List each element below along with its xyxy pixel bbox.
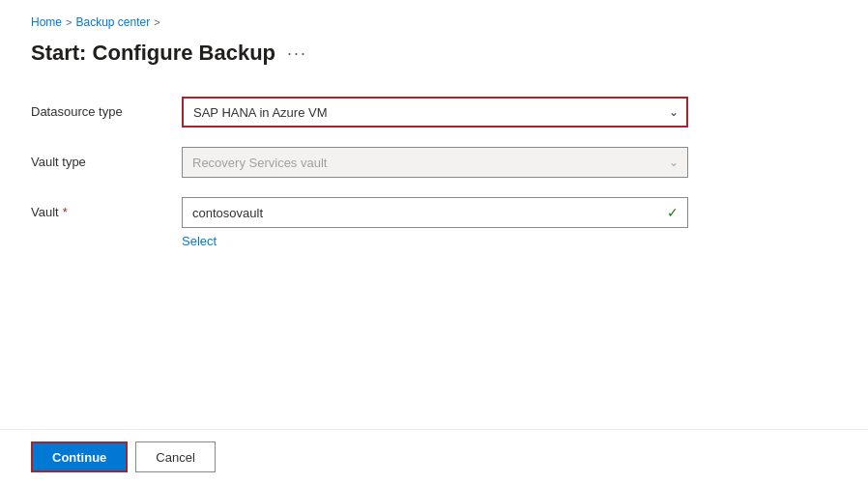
- vault-type-label: Vault type: [31, 147, 166, 169]
- vault-required-marker: *: [63, 205, 68, 219]
- vault-check-icon: ✓: [667, 205, 679, 220]
- datasource-type-dropdown[interactable]: SAP HANA in Azure VM: [182, 97, 688, 128]
- page-title: Start: Configure Backup: [31, 41, 275, 66]
- continue-button[interactable]: Continue: [31, 441, 128, 472]
- vault-row: Vault * ✓ Select: [31, 197, 688, 248]
- vault-type-control: Recovery Services vault ⌄: [182, 147, 688, 178]
- footer: Continue Cancel: [0, 429, 868, 484]
- vault-control: ✓ Select: [182, 197, 688, 248]
- datasource-type-control: SAP HANA in Azure VM ⌄: [182, 97, 688, 128]
- page-header: Start: Configure Backup ···: [31, 41, 837, 66]
- breadcrumb-separator-2: >: [154, 16, 159, 28]
- breadcrumb: Home > Backup center >: [31, 15, 837, 29]
- breadcrumb-home[interactable]: Home: [31, 15, 62, 29]
- vault-type-dropdown: Recovery Services vault: [182, 147, 688, 178]
- vault-label: Vault *: [31, 197, 166, 219]
- vault-type-row: Vault type Recovery Services vault ⌄: [31, 147, 688, 178]
- breadcrumb-backup-center[interactable]: Backup center: [75, 15, 150, 29]
- datasource-type-label: Datasource type: [31, 97, 166, 119]
- datasource-type-row: Datasource type SAP HANA in Azure VM ⌄: [31, 97, 688, 128]
- configure-backup-form: Datasource type SAP HANA in Azure VM ⌄ V…: [31, 97, 688, 248]
- vault-input-wrapper: ✓: [182, 197, 688, 228]
- vault-input[interactable]: [182, 197, 688, 228]
- more-options-button[interactable]: ···: [287, 43, 307, 64]
- vault-type-dropdown-container: Recovery Services vault ⌄: [182, 147, 688, 178]
- datasource-type-dropdown-container: SAP HANA in Azure VM ⌄: [182, 97, 688, 128]
- cancel-button[interactable]: Cancel: [135, 441, 215, 472]
- vault-select-link[interactable]: Select: [182, 234, 688, 248]
- breadcrumb-separator-1: >: [66, 16, 72, 28]
